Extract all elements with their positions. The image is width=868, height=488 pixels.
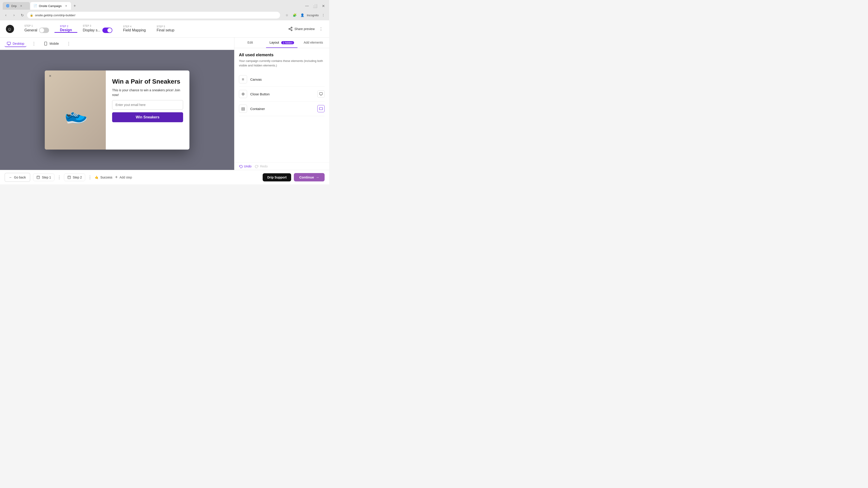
tab-onsite-close[interactable]: ✕ xyxy=(64,4,68,8)
container-element-icon: ▤ xyxy=(239,105,247,113)
main-content: Desktop ⋮ Mobile ⋮ ✕ 👟 Win a Pair of xyxy=(0,37,329,170)
forward-button[interactable]: › xyxy=(11,12,17,18)
step-final-setup[interactable]: STEP 5 Final setup xyxy=(151,25,180,32)
step-general-name: General xyxy=(24,28,37,32)
svg-line-6 xyxy=(290,28,291,29)
go-back-label: Go back xyxy=(14,175,26,179)
drip-support-button[interactable]: Drip Support xyxy=(263,173,291,182)
modal-description: This is your chance to win a sneakers pr… xyxy=(112,88,183,97)
stepper-more-button[interactable]: ⋮ xyxy=(317,25,324,33)
reload-button[interactable]: ↻ xyxy=(19,12,25,18)
panel-content: All used elements Your campaign currentl… xyxy=(235,48,329,162)
step2-more-icon[interactable]: ⋮ xyxy=(88,175,92,180)
add-step-icon: + xyxy=(115,175,118,180)
campaign-modal: ✕ 👟 Win a Pair of Sneakers This is your … xyxy=(45,70,189,150)
step-display[interactable]: STEP 3 Display s... xyxy=(77,25,118,33)
tab-drip-label: Drip xyxy=(11,4,17,8)
close-button-element-label: Close Button xyxy=(250,92,314,96)
tab-drip[interactable]: 🌀 Drip ✕ xyxy=(3,2,30,10)
lock-icon: 🔒 xyxy=(30,13,33,17)
undo-label: Undo xyxy=(244,164,251,168)
go-back-button[interactable]: ← Go back xyxy=(4,173,30,182)
tab-layout-label: Layout xyxy=(270,41,279,44)
tab-onsite[interactable]: 📄 Onsite Campaign ✕ xyxy=(30,2,71,10)
tab-add-elements-label: Add elements xyxy=(304,41,323,44)
tab-add-elements[interactable]: Add elements xyxy=(298,37,329,48)
continue-arrow-icon: → xyxy=(316,175,319,179)
canvas-toolbar: Desktop ⋮ Mobile ⋮ xyxy=(0,37,234,50)
desktop-view-button[interactable]: Desktop xyxy=(4,40,26,47)
right-panel: Edit Layout 1 hidden Add elements All us… xyxy=(234,37,329,170)
element-row-canvas[interactable]: ≡ Canvas xyxy=(239,72,324,87)
address-text: onsite.getdrip.com/drip-builder/ xyxy=(35,13,75,17)
container-visibility-toggle[interactable] xyxy=(317,105,324,112)
close-button-visibility-toggle[interactable] xyxy=(317,90,324,98)
tab-layout[interactable]: Layout 1 hidden xyxy=(266,37,298,48)
success-chip[interactable]: 🤙 Success xyxy=(95,175,112,179)
back-button[interactable]: ‹ xyxy=(3,12,9,18)
drip-logo: ☺ xyxy=(4,24,16,34)
step-field-mapping[interactable]: STEP 4 Field Mapping xyxy=(118,25,151,32)
redo-label: Redo xyxy=(260,164,268,168)
canvas-area: Desktop ⋮ Mobile ⋮ ✕ 👟 Win a Pair of xyxy=(0,37,234,170)
tab-edit-label: Edit xyxy=(248,41,253,44)
stepper-actions: Share preview ⋮ xyxy=(288,25,325,33)
restore-icon[interactable]: ⬜ xyxy=(312,3,318,9)
step2-chip[interactable]: Step 2 xyxy=(64,173,85,181)
svg-rect-16 xyxy=(37,176,39,179)
share-preview-button[interactable]: Share preview xyxy=(288,27,315,31)
layout-hidden-badge: 1 hidden xyxy=(281,41,294,44)
step-design[interactable]: STEP 2 Design xyxy=(55,25,77,33)
canvas-element-icon: ≡ xyxy=(239,75,247,84)
bottom-bar: ← Go back Step 1 ⋮ Step 2 ⋮ 🤙 Success + … xyxy=(0,170,329,184)
element-row-close-button[interactable]: ⊗ Close Button xyxy=(239,87,324,101)
add-step-button[interactable]: + Add step xyxy=(115,175,132,180)
undo-redo-bar: Undo Redo xyxy=(235,162,329,170)
mobile-more-button[interactable]: ⋮ xyxy=(67,41,71,46)
add-step-label: Add step xyxy=(120,175,132,179)
svg-rect-7 xyxy=(7,42,11,44)
step-design-name: Design xyxy=(60,28,72,32)
step1-more-icon[interactable]: ⋮ xyxy=(57,175,61,180)
modal-title: Win a Pair of Sneakers xyxy=(112,78,183,86)
step-general[interactable]: STEP 1 General xyxy=(19,25,55,33)
step-display-name: Display s... xyxy=(83,28,100,32)
profile-icon[interactable]: 👤 xyxy=(299,12,305,18)
address-bar[interactable]: 🔒 onsite.getdrip.com/drip-builder/ xyxy=(27,12,280,19)
continue-button[interactable]: Continue → xyxy=(294,173,324,182)
success-icon: 🤙 xyxy=(95,175,98,179)
minimize-icon[interactable]: — xyxy=(304,3,310,9)
step-final-name: Final setup xyxy=(157,28,174,32)
new-tab-button[interactable]: + xyxy=(71,3,78,9)
svg-point-4 xyxy=(291,30,292,31)
svg-rect-18 xyxy=(68,176,70,179)
extensions-icon[interactable]: 🧩 xyxy=(291,12,298,18)
panel-section-desc: Your campaign currently contains these e… xyxy=(239,59,324,68)
desktop-more-button[interactable]: ⋮ xyxy=(32,41,36,46)
element-row-container[interactable]: ▤ Container xyxy=(239,101,324,116)
close-window-icon[interactable]: ✕ xyxy=(320,3,327,9)
share-preview-label: Share preview xyxy=(294,27,315,31)
browser-menu-icon[interactable]: ⋮ xyxy=(320,12,327,18)
bookmark-icon[interactable]: ☆ xyxy=(284,12,290,18)
canvas-preview[interactable]: ✕ 👟 Win a Pair of Sneakers This is your … xyxy=(0,50,234,170)
tab-drip-close[interactable]: ✕ xyxy=(20,4,23,8)
svg-point-3 xyxy=(289,28,290,29)
modal-email-input[interactable] xyxy=(112,100,183,109)
step-final-label: STEP 5 xyxy=(157,25,174,28)
step-field-name: Field Mapping xyxy=(123,28,146,32)
undo-button[interactable]: Undo xyxy=(239,164,251,168)
success-label: Success xyxy=(100,175,112,179)
step-design-label: STEP 2 xyxy=(60,25,72,28)
close-button-element-icon: ⊗ xyxy=(239,90,247,98)
step1-chip[interactable]: Step 1 xyxy=(33,173,54,181)
redo-button[interactable]: Redo xyxy=(255,164,268,168)
display-toggle[interactable] xyxy=(102,28,112,33)
mobile-view-button[interactable]: Mobile xyxy=(41,40,61,47)
step-display-label: STEP 3 xyxy=(83,25,112,27)
modal-cta-button[interactable]: Win Sneakers xyxy=(112,112,183,122)
modal-close-button[interactable]: ✕ xyxy=(48,73,53,78)
tab-edit[interactable]: Edit xyxy=(235,37,266,48)
svg-text:☺: ☺ xyxy=(7,27,12,32)
general-toggle[interactable] xyxy=(39,28,49,33)
